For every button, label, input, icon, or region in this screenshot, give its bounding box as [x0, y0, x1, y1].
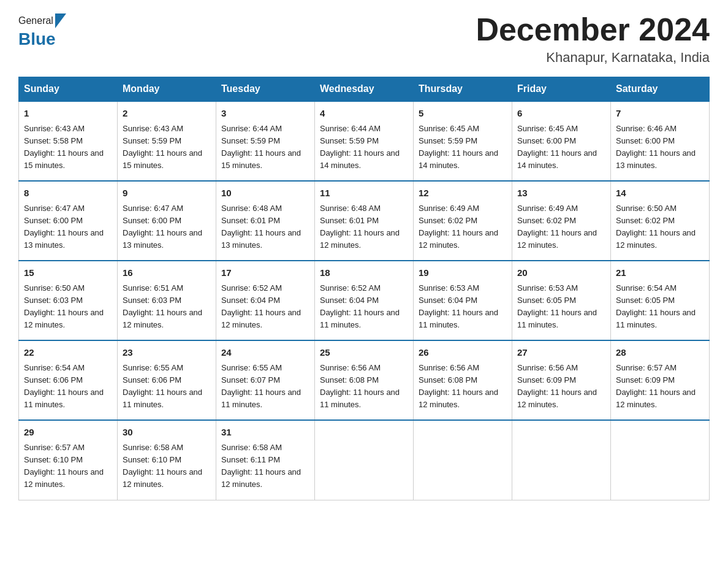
day-number: 14 [616, 186, 704, 201]
calendar-week-row: 22Sunrise: 6:54 AMSunset: 6:06 PMDayligh… [19, 340, 710, 420]
day-number: 26 [419, 346, 507, 360]
calendar-week-row: 15Sunrise: 6:50 AMSunset: 6:03 PMDayligh… [19, 261, 710, 340]
day-number: 13 [517, 186, 605, 201]
svg-marker-0 [55, 13, 66, 28]
day-info: Sunrise: 6:54 AMSunset: 6:05 PMDaylight:… [616, 282, 704, 332]
calendar-day-cell: 6Sunrise: 6:45 AMSunset: 6:00 PMDaylight… [512, 101, 611, 181]
day-info: Sunrise: 6:44 AMSunset: 5:59 PMDaylight:… [221, 123, 309, 172]
weekday-header-friday: Friday [512, 77, 611, 102]
day-info: Sunrise: 6:49 AMSunset: 6:02 PMDaylight:… [517, 202, 605, 252]
calendar-day-cell: 22Sunrise: 6:54 AMSunset: 6:06 PMDayligh… [19, 340, 118, 420]
calendar-day-cell: 18Sunrise: 6:52 AMSunset: 6:04 PMDayligh… [315, 261, 414, 340]
logo-blue-text: Blue [18, 29, 56, 48]
day-number: 7 [616, 107, 704, 121]
day-number: 19 [419, 266, 507, 280]
day-info: Sunrise: 6:47 AMSunset: 6:00 PMDaylight:… [24, 202, 112, 252]
day-number: 1 [24, 107, 112, 121]
day-info: Sunrise: 6:52 AMSunset: 6:04 PMDaylight:… [320, 282, 408, 332]
day-info: Sunrise: 6:48 AMSunset: 6:01 PMDaylight:… [221, 202, 309, 252]
day-info: Sunrise: 6:56 AMSunset: 6:08 PMDaylight:… [419, 362, 507, 412]
calendar-week-row: 8Sunrise: 6:47 AMSunset: 6:00 PMDaylight… [19, 181, 710, 261]
day-info: Sunrise: 6:57 AMSunset: 6:09 PMDaylight:… [616, 362, 704, 412]
day-number: 18 [320, 266, 408, 280]
day-number: 24 [221, 346, 309, 360]
calendar-day-cell: 8Sunrise: 6:47 AMSunset: 6:00 PMDaylight… [19, 181, 118, 261]
weekday-header-row: SundayMondayTuesdayWednesdayThursdayFrid… [19, 77, 710, 102]
day-info: Sunrise: 6:48 AMSunset: 6:01 PMDaylight:… [320, 202, 408, 252]
calendar-day-cell: 25Sunrise: 6:56 AMSunset: 6:08 PMDayligh… [315, 340, 414, 420]
day-number: 28 [616, 346, 704, 360]
calendar-day-cell: 20Sunrise: 6:53 AMSunset: 6:05 PMDayligh… [512, 261, 611, 340]
calendar-day-cell: 11Sunrise: 6:48 AMSunset: 6:01 PMDayligh… [315, 181, 414, 261]
day-info: Sunrise: 6:51 AMSunset: 6:03 PMDaylight:… [123, 282, 211, 332]
day-number: 23 [123, 346, 211, 360]
weekday-header-sunday: Sunday [19, 77, 118, 102]
day-number: 9 [123, 186, 211, 201]
title-section: December 2024 Khanapur, Karnataka, India [476, 12, 710, 66]
day-number: 22 [24, 346, 112, 360]
day-info: Sunrise: 6:58 AMSunset: 6:11 PMDaylight:… [221, 442, 309, 491]
calendar-week-row: 1Sunrise: 6:43 AMSunset: 5:58 PMDaylight… [19, 101, 710, 181]
day-info: Sunrise: 6:45 AMSunset: 5:59 PMDaylight:… [419, 123, 507, 172]
calendar-day-cell: 23Sunrise: 6:55 AMSunset: 6:06 PMDayligh… [118, 340, 216, 420]
calendar-day-cell: 9Sunrise: 6:47 AMSunset: 6:00 PMDaylight… [118, 181, 216, 261]
calendar-day-cell: 1Sunrise: 6:43 AMSunset: 5:58 PMDaylight… [19, 101, 118, 181]
calendar-day-cell: 21Sunrise: 6:54 AMSunset: 6:05 PMDayligh… [611, 261, 710, 340]
page-header: General Blue December 2024 Khanapur, Kar… [18, 12, 710, 66]
calendar-week-row: 29Sunrise: 6:57 AMSunset: 6:10 PMDayligh… [19, 420, 710, 500]
logo: General Blue [18, 12, 67, 49]
day-number: 29 [24, 426, 112, 440]
day-number: 30 [123, 426, 211, 440]
day-info: Sunrise: 6:44 AMSunset: 5:59 PMDaylight:… [320, 123, 408, 172]
calendar-day-cell: 24Sunrise: 6:55 AMSunset: 6:07 PMDayligh… [216, 340, 315, 420]
calendar-day-cell: 27Sunrise: 6:56 AMSunset: 6:09 PMDayligh… [512, 340, 611, 420]
calendar-day-cell: 17Sunrise: 6:52 AMSunset: 6:04 PMDayligh… [216, 261, 315, 340]
day-info: Sunrise: 6:56 AMSunset: 6:09 PMDaylight:… [517, 362, 605, 412]
calendar-day-cell: 14Sunrise: 6:50 AMSunset: 6:02 PMDayligh… [611, 181, 710, 261]
day-info: Sunrise: 6:52 AMSunset: 6:04 PMDaylight:… [221, 282, 309, 332]
day-info: Sunrise: 6:55 AMSunset: 6:06 PMDaylight:… [123, 362, 211, 412]
day-number: 15 [24, 266, 112, 280]
day-number: 2 [123, 107, 211, 121]
day-number: 12 [419, 186, 507, 201]
calendar-day-cell [512, 420, 611, 500]
day-info: Sunrise: 6:50 AMSunset: 6:03 PMDaylight:… [24, 282, 112, 332]
calendar-day-cell: 13Sunrise: 6:49 AMSunset: 6:02 PMDayligh… [512, 181, 611, 261]
day-number: 25 [320, 346, 408, 360]
day-number: 5 [419, 107, 507, 121]
day-number: 27 [517, 346, 605, 360]
day-number: 20 [517, 266, 605, 280]
day-number: 8 [24, 186, 112, 201]
calendar-day-cell [611, 420, 710, 500]
logo-general-text: General [18, 15, 53, 26]
weekday-header-saturday: Saturday [611, 77, 710, 102]
weekday-header-tuesday: Tuesday [216, 77, 315, 102]
day-number: 21 [616, 266, 704, 280]
logo-triangle-icon [55, 12, 66, 29]
day-info: Sunrise: 6:43 AMSunset: 5:59 PMDaylight:… [123, 123, 211, 172]
calendar-day-cell: 15Sunrise: 6:50 AMSunset: 6:03 PMDayligh… [19, 261, 118, 340]
location-title: Khanapur, Karnataka, India [476, 50, 710, 66]
day-info: Sunrise: 6:43 AMSunset: 5:58 PMDaylight:… [24, 123, 112, 172]
calendar-day-cell: 2Sunrise: 6:43 AMSunset: 5:59 PMDaylight… [118, 101, 216, 181]
calendar-day-cell: 31Sunrise: 6:58 AMSunset: 6:11 PMDayligh… [216, 420, 315, 500]
day-number: 6 [517, 107, 605, 121]
day-info: Sunrise: 6:58 AMSunset: 6:10 PMDaylight:… [123, 442, 211, 491]
weekday-header-wednesday: Wednesday [315, 77, 414, 102]
calendar-table: SundayMondayTuesdayWednesdayThursdayFrid… [18, 77, 710, 500]
day-number: 17 [221, 266, 309, 280]
calendar-day-cell: 12Sunrise: 6:49 AMSunset: 6:02 PMDayligh… [414, 181, 512, 261]
day-info: Sunrise: 6:47 AMSunset: 6:00 PMDaylight:… [123, 202, 211, 252]
day-info: Sunrise: 6:54 AMSunset: 6:06 PMDaylight:… [24, 362, 112, 412]
calendar-day-cell: 28Sunrise: 6:57 AMSunset: 6:09 PMDayligh… [611, 340, 710, 420]
calendar-day-cell: 7Sunrise: 6:46 AMSunset: 6:00 PMDaylight… [611, 101, 710, 181]
calendar-day-cell: 4Sunrise: 6:44 AMSunset: 5:59 PMDaylight… [315, 101, 414, 181]
day-number: 4 [320, 107, 408, 121]
calendar-day-cell [414, 420, 512, 500]
day-info: Sunrise: 6:53 AMSunset: 6:04 PMDaylight:… [419, 282, 507, 332]
day-number: 16 [123, 266, 211, 280]
calendar-day-cell: 19Sunrise: 6:53 AMSunset: 6:04 PMDayligh… [414, 261, 512, 340]
calendar-day-cell: 29Sunrise: 6:57 AMSunset: 6:10 PMDayligh… [19, 420, 118, 500]
calendar-day-cell: 30Sunrise: 6:58 AMSunset: 6:10 PMDayligh… [118, 420, 216, 500]
calendar-day-cell: 3Sunrise: 6:44 AMSunset: 5:59 PMDaylight… [216, 101, 315, 181]
